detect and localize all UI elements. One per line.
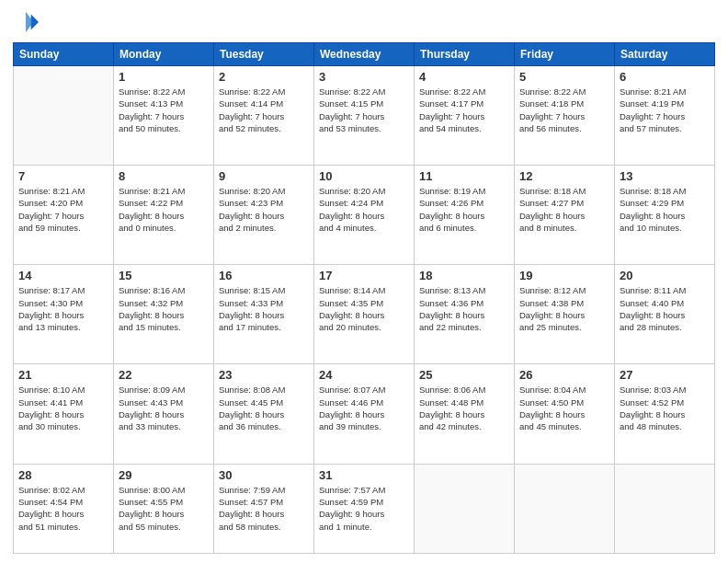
week-row-4: 21Sunrise: 8:10 AMSunset: 4:41 PMDayligh… bbox=[14, 364, 715, 464]
header-day-monday: Monday bbox=[114, 43, 214, 66]
calendar-cell: 31Sunrise: 7:57 AMSunset: 4:59 PMDayligh… bbox=[314, 464, 415, 553]
day-number: 27 bbox=[620, 368, 710, 382]
day-detail: Sunrise: 8:15 AMSunset: 4:33 PMDaylight:… bbox=[219, 284, 309, 333]
day-detail: Sunrise: 8:21 AMSunset: 4:19 PMDaylight:… bbox=[620, 86, 710, 134]
day-number: 25 bbox=[419, 368, 509, 382]
calendar-cell: 10Sunrise: 8:20 AMSunset: 4:24 PMDayligh… bbox=[314, 166, 415, 265]
day-detail: Sunrise: 8:22 AMSunset: 4:18 PMDaylight:… bbox=[519, 86, 609, 134]
header-day-wednesday: Wednesday bbox=[314, 43, 415, 66]
day-detail: Sunrise: 8:20 AMSunset: 4:23 PMDaylight:… bbox=[219, 185, 309, 234]
calendar-cell: 16Sunrise: 8:15 AMSunset: 4:33 PMDayligh… bbox=[214, 265, 314, 364]
calendar-cell: 21Sunrise: 8:10 AMSunset: 4:41 PMDayligh… bbox=[14, 364, 114, 464]
day-number: 19 bbox=[519, 269, 609, 282]
day-detail: Sunrise: 8:22 AMSunset: 4:15 PMDaylight:… bbox=[319, 86, 409, 134]
svg-marker-1 bbox=[26, 12, 33, 32]
day-detail: Sunrise: 8:08 AMSunset: 4:45 PMDaylight:… bbox=[219, 384, 309, 432]
day-number: 31 bbox=[319, 468, 409, 482]
day-number: 9 bbox=[219, 169, 309, 183]
header-day-tuesday: Tuesday bbox=[214, 43, 314, 66]
day-number: 23 bbox=[219, 368, 309, 382]
day-number: 12 bbox=[519, 169, 609, 183]
day-detail: Sunrise: 7:57 AMSunset: 4:59 PMDaylight:… bbox=[319, 484, 409, 533]
day-number: 1 bbox=[119, 70, 209, 84]
day-detail: Sunrise: 7:59 AMSunset: 4:57 PMDaylight:… bbox=[219, 484, 309, 533]
day-number: 28 bbox=[18, 468, 108, 482]
header bbox=[13, 9, 715, 35]
day-detail: Sunrise: 8:06 AMSunset: 4:48 PMDaylight:… bbox=[419, 384, 509, 432]
day-detail: Sunrise: 8:17 AMSunset: 4:30 PMDaylight:… bbox=[18, 284, 108, 333]
day-detail: Sunrise: 8:18 AMSunset: 4:27 PMDaylight:… bbox=[519, 185, 609, 234]
calendar-cell bbox=[515, 464, 615, 553]
calendar-cell: 14Sunrise: 8:17 AMSunset: 4:30 PMDayligh… bbox=[14, 265, 114, 364]
calendar-cell: 3Sunrise: 8:22 AMSunset: 4:15 PMDaylight… bbox=[314, 66, 415, 166]
day-number: 18 bbox=[419, 269, 509, 282]
week-row-5: 28Sunrise: 8:02 AMSunset: 4:54 PMDayligh… bbox=[14, 464, 715, 553]
day-detail: Sunrise: 8:09 AMSunset: 4:43 PMDaylight:… bbox=[119, 384, 209, 432]
day-number: 6 bbox=[620, 70, 710, 84]
header-day-friday: Friday bbox=[515, 43, 615, 66]
calendar-cell: 8Sunrise: 8:21 AMSunset: 4:22 PMDaylight… bbox=[114, 166, 214, 265]
calendar-cell: 30Sunrise: 7:59 AMSunset: 4:57 PMDayligh… bbox=[214, 464, 314, 553]
calendar-cell bbox=[615, 464, 715, 553]
day-number: 14 bbox=[18, 269, 108, 282]
calendar-cell: 6Sunrise: 8:21 AMSunset: 4:19 PMDaylight… bbox=[615, 66, 715, 166]
day-number: 20 bbox=[620, 269, 710, 282]
day-number: 7 bbox=[18, 169, 108, 183]
calendar-cell: 5Sunrise: 8:22 AMSunset: 4:18 PMDaylight… bbox=[515, 66, 615, 166]
day-detail: Sunrise: 8:02 AMSunset: 4:54 PMDaylight:… bbox=[18, 484, 108, 533]
calendar-cell bbox=[415, 464, 515, 553]
day-detail: Sunrise: 8:21 AMSunset: 4:20 PMDaylight:… bbox=[18, 185, 108, 234]
calendar-table: SundayMondayTuesdayWednesdayThursdayFrid… bbox=[13, 42, 715, 554]
day-detail: Sunrise: 8:20 AMSunset: 4:24 PMDaylight:… bbox=[319, 185, 409, 234]
calendar-cell: 22Sunrise: 8:09 AMSunset: 4:43 PMDayligh… bbox=[114, 364, 214, 464]
calendar-cell: 17Sunrise: 8:14 AMSunset: 4:35 PMDayligh… bbox=[314, 265, 415, 364]
day-number: 13 bbox=[620, 169, 710, 183]
day-number: 22 bbox=[119, 368, 209, 382]
day-detail: Sunrise: 8:14 AMSunset: 4:35 PMDaylight:… bbox=[319, 284, 409, 333]
calendar-cell: 13Sunrise: 8:18 AMSunset: 4:29 PMDayligh… bbox=[615, 166, 715, 265]
page: SundayMondayTuesdayWednesdayThursdayFrid… bbox=[0, 0, 728, 563]
day-detail: Sunrise: 8:10 AMSunset: 4:41 PMDaylight:… bbox=[18, 384, 108, 432]
calendar-cell: 15Sunrise: 8:16 AMSunset: 4:32 PMDayligh… bbox=[114, 265, 214, 364]
calendar-cell: 20Sunrise: 8:11 AMSunset: 4:40 PMDayligh… bbox=[615, 265, 715, 364]
day-number: 29 bbox=[119, 468, 209, 482]
calendar-cell: 23Sunrise: 8:08 AMSunset: 4:45 PMDayligh… bbox=[214, 364, 314, 464]
day-number: 11 bbox=[419, 169, 509, 183]
day-number: 10 bbox=[319, 169, 409, 183]
day-number: 8 bbox=[119, 169, 209, 183]
day-detail: Sunrise: 8:22 AMSunset: 4:14 PMDaylight:… bbox=[219, 86, 309, 134]
day-number: 24 bbox=[319, 368, 409, 382]
logo bbox=[13, 9, 42, 35]
day-number: 5 bbox=[519, 70, 609, 84]
day-detail: Sunrise: 8:13 AMSunset: 4:36 PMDaylight:… bbox=[419, 284, 509, 333]
calendar-cell: 28Sunrise: 8:02 AMSunset: 4:54 PMDayligh… bbox=[14, 464, 114, 553]
calendar-cell: 24Sunrise: 8:07 AMSunset: 4:46 PMDayligh… bbox=[314, 364, 415, 464]
day-detail: Sunrise: 8:03 AMSunset: 4:52 PMDaylight:… bbox=[620, 384, 710, 432]
day-detail: Sunrise: 8:04 AMSunset: 4:50 PMDaylight:… bbox=[519, 384, 609, 432]
day-detail: Sunrise: 8:11 AMSunset: 4:40 PMDaylight:… bbox=[620, 284, 710, 333]
day-number: 3 bbox=[319, 70, 409, 84]
day-number: 15 bbox=[119, 269, 209, 282]
calendar-cell: 12Sunrise: 8:18 AMSunset: 4:27 PMDayligh… bbox=[515, 166, 615, 265]
calendar-cell: 11Sunrise: 8:19 AMSunset: 4:26 PMDayligh… bbox=[415, 166, 515, 265]
day-number: 2 bbox=[219, 70, 309, 84]
week-row-2: 7Sunrise: 8:21 AMSunset: 4:20 PMDaylight… bbox=[14, 166, 715, 265]
day-detail: Sunrise: 8:16 AMSunset: 4:32 PMDaylight:… bbox=[119, 284, 209, 333]
calendar-cell: 2Sunrise: 8:22 AMSunset: 4:14 PMDaylight… bbox=[214, 66, 314, 166]
day-number: 21 bbox=[18, 368, 108, 382]
day-detail: Sunrise: 8:00 AMSunset: 4:55 PMDaylight:… bbox=[119, 484, 209, 533]
calendar-cell: 26Sunrise: 8:04 AMSunset: 4:50 PMDayligh… bbox=[515, 364, 615, 464]
day-number: 4 bbox=[419, 70, 509, 84]
day-detail: Sunrise: 8:22 AMSunset: 4:13 PMDaylight:… bbox=[119, 86, 209, 134]
day-detail: Sunrise: 8:22 AMSunset: 4:17 PMDaylight:… bbox=[419, 86, 509, 134]
day-detail: Sunrise: 8:07 AMSunset: 4:46 PMDaylight:… bbox=[319, 384, 409, 432]
calendar-cell bbox=[14, 66, 114, 166]
calendar-cell: 27Sunrise: 8:03 AMSunset: 4:52 PMDayligh… bbox=[615, 364, 715, 464]
header-row: SundayMondayTuesdayWednesdayThursdayFrid… bbox=[14, 43, 715, 66]
calendar-cell: 1Sunrise: 8:22 AMSunset: 4:13 PMDaylight… bbox=[114, 66, 214, 166]
day-number: 26 bbox=[519, 368, 609, 382]
day-number: 16 bbox=[219, 269, 309, 282]
calendar-cell: 19Sunrise: 8:12 AMSunset: 4:38 PMDayligh… bbox=[515, 265, 615, 364]
calendar-cell: 9Sunrise: 8:20 AMSunset: 4:23 PMDaylight… bbox=[214, 166, 314, 265]
week-row-3: 14Sunrise: 8:17 AMSunset: 4:30 PMDayligh… bbox=[14, 265, 715, 364]
